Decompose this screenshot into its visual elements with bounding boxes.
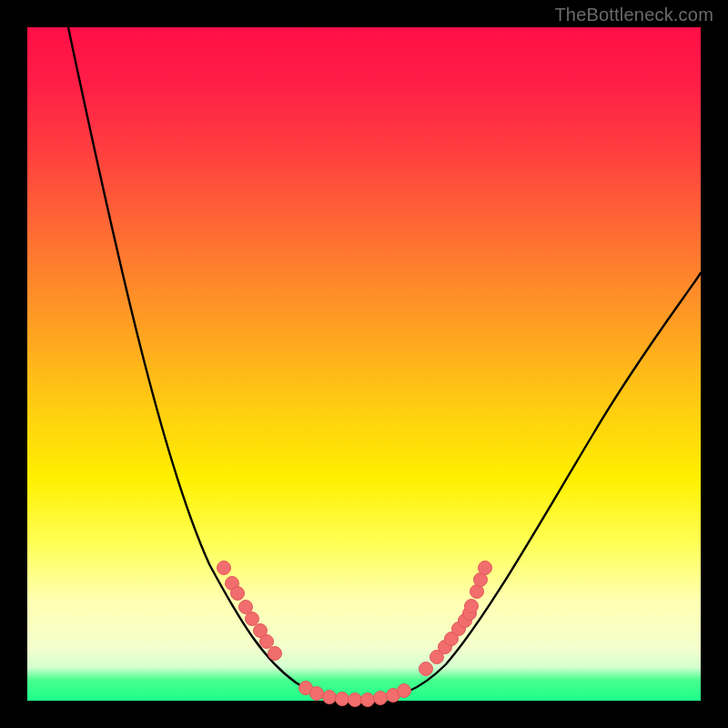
data-dot — [465, 600, 479, 613]
bottleneck-curve — [68, 27, 701, 699]
data-dot — [268, 647, 282, 661]
data-dot — [336, 693, 349, 706]
data-dot — [231, 587, 245, 601]
chart-overlay — [27, 27, 701, 701]
data-dot — [398, 684, 411, 698]
data-dot — [349, 693, 362, 707]
watermark-text: TheBottleneck.com — [554, 5, 713, 25]
dots-left-cluster — [217, 561, 282, 661]
data-dot — [323, 691, 337, 704]
data-dot — [246, 612, 259, 626]
data-dot — [260, 635, 274, 649]
data-dot — [361, 693, 375, 707]
data-dot — [420, 662, 433, 676]
data-dot — [310, 687, 324, 701]
chart-plot-area — [27, 27, 701, 701]
data-dot — [374, 692, 388, 705]
data-dot — [479, 561, 492, 575]
dots-trough — [299, 682, 411, 707]
data-dot — [217, 561, 231, 575]
chart-frame: TheBottleneck.com — [0, 0, 728, 728]
